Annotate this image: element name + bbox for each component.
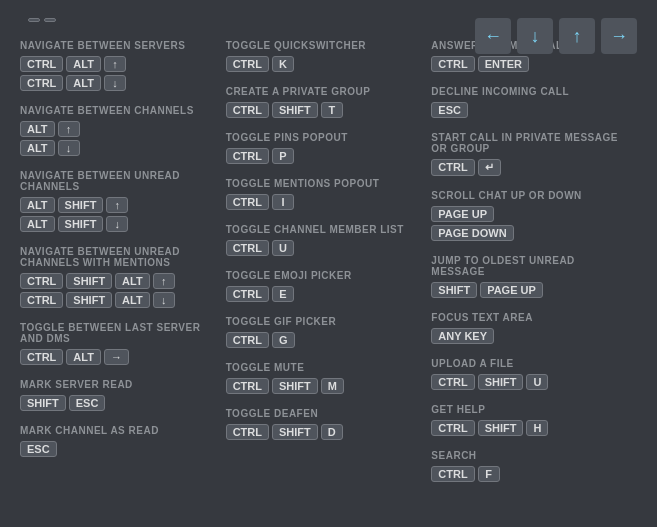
key-badge: U xyxy=(526,374,548,390)
key-badge: CTRL xyxy=(431,56,474,72)
shortcut-section: NAVIGATE BETWEEN UNREAD CHANNELSALTSHIFT… xyxy=(20,170,216,232)
key-badge: CTRL xyxy=(226,378,269,394)
section-title: TOGGLE MUTE xyxy=(226,362,422,373)
keys-row: ALT↑ xyxy=(20,121,216,137)
keys-row: CTRL↵ xyxy=(431,159,627,176)
section-title: NAVIGATE BETWEEN CHANNELS xyxy=(20,105,216,116)
keys-row: ALTSHIFT↓ xyxy=(20,216,216,232)
key-badge: SHIFT xyxy=(478,374,524,390)
section-title: NAVIGATE BETWEEN SERVERS xyxy=(20,40,216,51)
key-badge: ALT xyxy=(115,273,150,289)
key-badge: ESC xyxy=(20,441,57,457)
keys-row: CTRLSHIFTALT↓ xyxy=(20,292,216,308)
section-title: TOGGLE EMOJI PICKER xyxy=(226,270,422,281)
columns: NAVIGATE BETWEEN SERVERSCTRLALT↑CTRLALT↓… xyxy=(20,40,637,496)
key-badge: CTRL xyxy=(431,466,474,482)
shortcut-section: JUMP TO OLDEST UNREAD MESSAGESHIFTPAGE U… xyxy=(431,255,627,298)
keys-row: CTRLE xyxy=(226,286,422,302)
section-title: SEARCH xyxy=(431,450,627,461)
key-badge: CTRL xyxy=(20,56,63,72)
key-badge: D xyxy=(321,424,343,440)
keys-row: CTRLI xyxy=(226,194,422,210)
section-title: CREATE A PRIVATE GROUP xyxy=(226,86,422,97)
key-badge: → xyxy=(104,349,129,365)
key-badge: ALT xyxy=(20,216,55,232)
keys-row: CTRLF xyxy=(431,466,627,482)
section-title: TOGGLE BETWEEN LAST SERVER AND DMS xyxy=(20,322,216,344)
arrow-button[interactable]: ↑ xyxy=(559,18,595,54)
arrow-button[interactable]: ← xyxy=(475,18,511,54)
keys-row: CTRLSHIFTM xyxy=(226,378,422,394)
keys-row: CTRLALT↑ xyxy=(20,56,216,72)
shortcut-section: TOGGLE EMOJI PICKERCTRLE xyxy=(226,270,422,302)
section-title: MARK SERVER READ xyxy=(20,379,216,390)
shortcut-section: GET HELPCTRLSHIFTH xyxy=(431,404,627,436)
section-title: MARK CHANNEL AS READ xyxy=(20,425,216,436)
section-title: NAVIGATE BETWEEN UNREAD CHANNELS WITH ME… xyxy=(20,246,216,268)
key-badge: ↑ xyxy=(58,121,80,137)
key-badge: CTRL xyxy=(226,194,269,210)
key-badge: ↑ xyxy=(153,273,175,289)
key-badge: CTRL xyxy=(20,349,63,365)
key-badge: ↵ xyxy=(478,159,501,176)
keys-row: CTRLSHIFTT xyxy=(226,102,422,118)
key-badge: SHIFT xyxy=(58,197,104,213)
keys-row: ANY KEY xyxy=(431,328,627,344)
arrow-button[interactable]: → xyxy=(601,18,637,54)
section-title: DECLINE INCOMING CALL xyxy=(431,86,627,97)
section-title: UPLOAD A FILE xyxy=(431,358,627,369)
key-badge: SHIFT xyxy=(431,282,477,298)
keys-row: CTRLU xyxy=(226,240,422,256)
shortcut-section: SCROLL CHAT UP OR DOWNPAGE UPPAGE DOWN xyxy=(431,190,627,241)
keys-row: SHIFTESC xyxy=(20,395,216,411)
shortcut-section: CREATE A PRIVATE GROUPCTRLSHIFTT xyxy=(226,86,422,118)
section-title: TOGGLE CHANNEL MEMBER LIST xyxy=(226,224,422,235)
section-title: TOGGLE PINS POPOUT xyxy=(226,132,422,143)
key-badge: ↓ xyxy=(106,216,128,232)
keys-row: PAGE UP xyxy=(431,206,627,222)
arrow-navigation: ←↓↑→ xyxy=(475,18,637,54)
keys-row: CTRLALT→ xyxy=(20,349,216,365)
arrow-button[interactable]: ↓ xyxy=(517,18,553,54)
keys-row: CTRLG xyxy=(226,332,422,348)
shortcut-section: TOGGLE MUTECTRLSHIFTM xyxy=(226,362,422,394)
shortcut-section: DECLINE INCOMING CALLESC xyxy=(431,86,627,118)
key-badge: SHIFT xyxy=(20,395,66,411)
key-badge: CTRL xyxy=(226,286,269,302)
key-badge: CTRL xyxy=(226,102,269,118)
key-badge: ALT xyxy=(66,75,101,91)
key-badge: CTRL xyxy=(226,424,269,440)
section-title: TOGGLE MENTIONS POPOUT xyxy=(226,178,422,189)
key-badge: ALT xyxy=(115,292,150,308)
keys-row: CTRLSHIFTALT↑ xyxy=(20,273,216,289)
keys-row: CTRLSHIFTU xyxy=(431,374,627,390)
key-badge: T xyxy=(321,102,343,118)
key-badge: SHIFT xyxy=(58,216,104,232)
key-badge: U xyxy=(272,240,294,256)
section-title: JUMP TO OLDEST UNREAD MESSAGE xyxy=(431,255,627,277)
key-badge: CTRL xyxy=(20,273,63,289)
shortcut-section: SEARCHCTRLF xyxy=(431,450,627,482)
key-badge: CTRL xyxy=(20,75,63,91)
column-2: TOGGLE QUICKSWITCHERCTRLKCREATE A PRIVAT… xyxy=(226,40,432,496)
key-badge: K xyxy=(272,56,294,72)
shortcut-section: TOGGLE CHANNEL MEMBER LISTCTRLU xyxy=(226,224,422,256)
key-badge: F xyxy=(478,466,500,482)
key-badge: ANY KEY xyxy=(431,328,494,344)
column-3: ANSWER INCOMING CALLCTRLENTERDECLINE INC… xyxy=(431,40,637,496)
keys-row: CTRLENTER xyxy=(431,56,627,72)
key-badge: CTRL xyxy=(431,159,474,176)
shortcut-section: MARK SERVER READSHIFTESC xyxy=(20,379,216,411)
key-badge: ↑ xyxy=(104,56,126,72)
key-badge: CTRL xyxy=(226,240,269,256)
key-badge: SHIFT xyxy=(272,378,318,394)
keys-row: PAGE DOWN xyxy=(431,225,627,241)
edit-badge xyxy=(44,18,56,22)
key-badge: CTRL xyxy=(20,292,63,308)
section-title: GET HELP xyxy=(431,404,627,415)
key-badge: CTRL xyxy=(226,56,269,72)
ctrl-badge xyxy=(28,18,40,22)
key-badge: SHIFT xyxy=(272,424,318,440)
key-badge: SHIFT xyxy=(66,273,112,289)
key-badge: CTRL xyxy=(226,148,269,164)
